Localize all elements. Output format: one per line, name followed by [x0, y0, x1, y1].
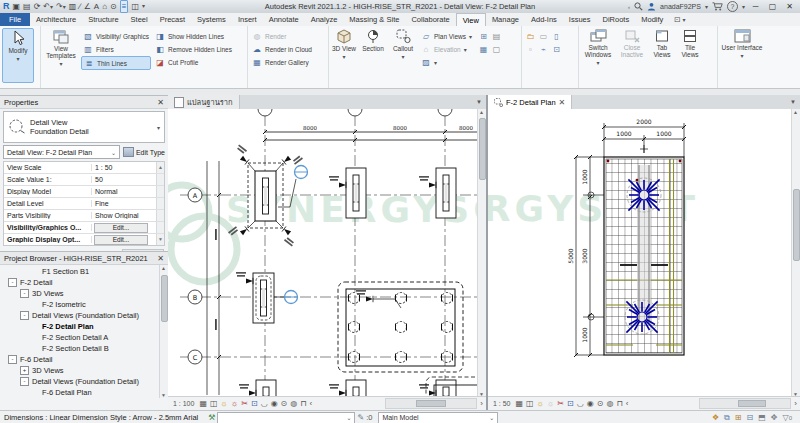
temporary-properties-icon[interactable]: ⊙: [597, 398, 604, 409]
sync-icon[interactable]: ⟳: [34, 1, 41, 12]
user-interface-button[interactable]: User Interface ▾: [720, 28, 764, 59]
pan-right-icon[interactable]: ›: [794, 398, 797, 409]
visual-style-icon[interactable]: ◫: [210, 398, 218, 409]
prop-row-visibility-graphics[interactable]: Visibility/Graphics O...Edit...: [4, 222, 164, 234]
prop-row-detail-level[interactable]: Detail LevelFine: [4, 198, 164, 210]
project-browser-header[interactable]: Project Browser - HIGH-RISE_STR_R2021 ✕: [0, 252, 168, 265]
qat-customize-caret[interactable]: ▾: [142, 1, 145, 12]
right-horizontal-scrollbar[interactable]: [699, 398, 791, 409]
aligned-dimension-icon[interactable]: ∠: [84, 1, 91, 12]
tab-view[interactable]: View: [456, 13, 486, 26]
render-gallery-button[interactable]: ▦Render Gallery: [250, 56, 314, 68]
tab-file[interactable]: File: [0, 13, 30, 26]
tab-modify[interactable]: Modify: [635, 13, 669, 26]
tab-views-button[interactable]: Tab Views: [649, 28, 675, 58]
thin-lines-toggle-icon[interactable]: ≡: [120, 0, 129, 13]
tab-insert[interactable]: Insert: [232, 13, 263, 26]
crop-region-icon[interactable]: ⊡: [567, 398, 574, 409]
help-icon[interactable]: ?: [727, 1, 738, 12]
search-caret[interactable]: ‹: [628, 4, 630, 10]
tree-item[interactable]: -F-2 Detail: [0, 277, 168, 288]
exclude-options-icon[interactable]: ❖: [712, 413, 719, 422]
prop-row-view-scale[interactable]: View Scale1 : 50▲: [4, 162, 164, 174]
tree-item[interactable]: -Detail Views (Foundation Detail): [0, 376, 168, 387]
tree-item-current-view[interactable]: F-2 Detail Plan: [0, 321, 168, 332]
visibility-graphics-button[interactable]: ▧Visibility/ Graphics: [81, 30, 151, 42]
view-lock-icon[interactable]: ⊓: [616, 398, 622, 409]
tab-structure[interactable]: Structure: [82, 13, 124, 26]
crop-view-icon[interactable]: ✂: [557, 398, 564, 409]
left-tab-overflow-caret[interactable]: ▼: [472, 95, 486, 109]
crop-view-icon[interactable]: ✂: [241, 398, 248, 409]
tree-item[interactable]: F-2 Section Detail A: [0, 332, 168, 343]
close-button[interactable]: ✕: [783, 2, 796, 11]
shadows-icon[interactable]: ☼: [231, 398, 238, 409]
revit-logo-icon[interactable]: R: [3, 1, 10, 12]
design-option-combo[interactable]: Main Model⌄: [378, 412, 498, 423]
visibility-edit-button[interactable]: Edit...: [94, 223, 148, 233]
viewport-icon[interactable]: ⊡: [551, 45, 562, 55]
default-3d-view-icon[interactable]: ⌂: [102, 1, 107, 12]
properties-header[interactable]: Properties ✕: [0, 96, 168, 109]
restore-button[interactable]: ▢: [766, 2, 779, 11]
pan-left-icon[interactable]: ‹: [310, 398, 313, 409]
workset-combo[interactable]: ⌄: [217, 412, 355, 423]
tree-item[interactable]: +3D Views: [0, 365, 168, 376]
tree-item[interactable]: F-2 Isometric: [0, 299, 168, 310]
graphic-display-edit-button[interactable]: Edit...: [94, 235, 148, 245]
section-icon[interactable]: ⊙: [110, 1, 117, 12]
sun-path-icon[interactable]: ☼: [537, 398, 544, 409]
tab-annotate[interactable]: Annotate: [263, 13, 305, 26]
matchline-icon[interactable]: ⌁: [538, 45, 549, 55]
guide-grid-icon[interactable]: ▫: [525, 45, 536, 55]
tree-item[interactable]: -Detail Views (Foundation Detail): [0, 310, 168, 321]
text-icon[interactable]: A: [94, 1, 99, 12]
right-scale-button[interactable]: 1 : 50: [491, 400, 513, 407]
sun-path-icon[interactable]: ☼: [221, 398, 228, 409]
prop-row-display-model[interactable]: Display ModelNormal: [4, 186, 164, 198]
tab-collaborate[interactable]: Collaborate: [405, 13, 455, 26]
prop-row-graphic-display[interactable]: Graphic Display Opt...Edit...▼: [4, 234, 164, 245]
callout-button[interactable]: Callout ▾: [389, 28, 417, 60]
worksharing-display-icon[interactable]: ◍: [290, 398, 297, 409]
legends-button[interactable]: ▨▾: [419, 56, 475, 68]
tab-addins[interactable]: Add-Ins: [525, 13, 563, 26]
show-hidden-lines-button[interactable]: ◨Show Hidden Lines: [153, 30, 234, 42]
duplicate-view-icon[interactable]: ⊞: [478, 32, 489, 42]
view-templates-caret[interactable]: ▾: [59, 60, 62, 67]
tree-item[interactable]: -F-6 Detail: [0, 354, 168, 365]
new-sheet-icon[interactable]: 🗀: [525, 32, 536, 42]
cut-profile-button[interactable]: ◪Cut Profile: [153, 56, 234, 68]
right-vertical-scrollbar[interactable]: ▲ ▼: [791, 109, 800, 397]
legend-icon[interactable]: ▤: [491, 32, 502, 42]
view-lock-icon[interactable]: ⊓: [300, 398, 306, 409]
tree-item[interactable]: -3D Views: [0, 288, 168, 299]
filter-icon[interactable]: ▽0: [783, 413, 793, 422]
revisions-icon[interactable]: ▯: [551, 32, 562, 42]
tree-item[interactable]: F-6 Detail Plan: [0, 387, 168, 398]
plan-canvas[interactable]: SYNERGYSOFT A B: [168, 109, 478, 397]
type-selector[interactable]: Detail ViewFoundation Detail ▾: [3, 111, 165, 143]
plan-views-button[interactable]: ▱Plan Views▾: [419, 30, 475, 42]
render-in-cloud-button[interactable]: ☁Render in Cloud: [250, 43, 314, 55]
prop-row-parts-visibility[interactable]: Parts VisibilityShow Original: [4, 210, 164, 222]
type-selector-caret[interactable]: ▾: [157, 124, 164, 131]
print-icon[interactable]: ▥: [69, 1, 77, 12]
temporary-properties-icon[interactable]: ⊙: [281, 398, 288, 409]
search-icon[interactable]: [634, 2, 643, 11]
tab-close-icon[interactable]: ✕: [559, 98, 566, 107]
tab-diroots[interactable]: DiRoots: [597, 13, 636, 26]
open-icon[interactable]: ▣: [13, 1, 21, 12]
account-caret[interactable]: ▾: [705, 3, 708, 10]
select-pinned-icon[interactable]: ⊟: [747, 413, 754, 422]
prop-scroll-up[interactable]: ▲: [156, 162, 164, 173]
edit-type-button[interactable]: Edit Type: [123, 147, 165, 157]
properties-close-icon[interactable]: ✕: [157, 98, 164, 107]
reveal-hidden-icon[interactable]: ◉: [271, 398, 278, 409]
tree-item[interactable]: F1 Section B1: [0, 266, 168, 277]
temporary-hide-icon[interactable]: ◡: [577, 398, 584, 409]
right-tab-overflow-caret[interactable]: ▼: [786, 95, 800, 109]
user-account-icon[interactable]: [647, 2, 656, 11]
tab-issues[interactable]: Issues: [563, 13, 597, 26]
prop-scroll-down[interactable]: ▼: [156, 234, 164, 245]
